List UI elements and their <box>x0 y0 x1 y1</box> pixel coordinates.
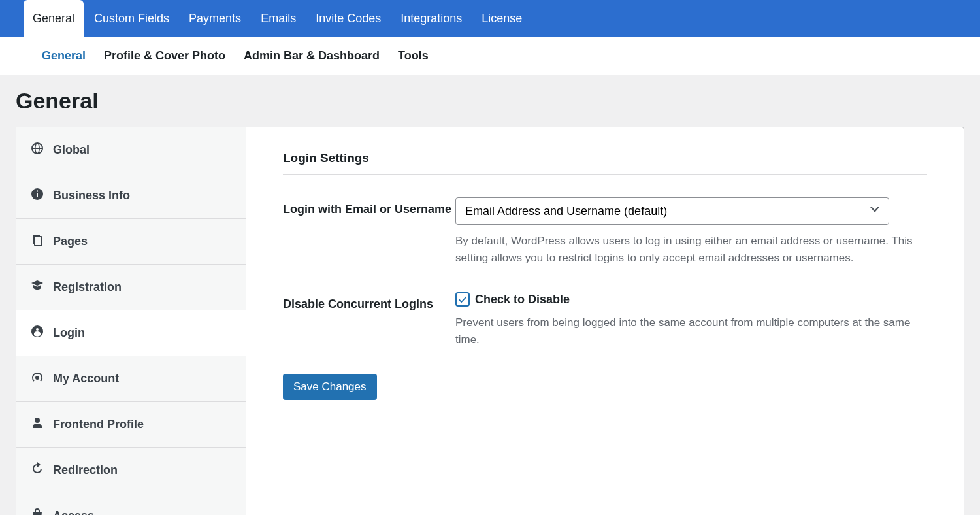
top-tab-custom-fields[interactable]: Custom Fields <box>85 0 178 37</box>
top-tab-invite-codes[interactable]: Invite Codes <box>306 0 390 37</box>
sidebar-item-frontend-profile[interactable]: Frontend Profile <box>16 402 246 448</box>
sub-tabs: GeneralProfile & Cover PhotoAdmin Bar & … <box>0 37 980 75</box>
top-tab-license[interactable]: License <box>472 0 531 37</box>
sidebar-item-login[interactable]: Login <box>16 310 246 356</box>
sidebar-item-label: Global <box>53 143 90 157</box>
page-title: General <box>16 88 964 114</box>
section-title: Login Settings <box>283 151 927 175</box>
sub-tab-tools[interactable]: Tools <box>389 37 438 75</box>
pages-icon <box>31 233 44 250</box>
sidebar: GlobalBusiness InfoPagesRegistrationLogi… <box>16 127 246 515</box>
main-content: Login Settings Login with Email or Usern… <box>246 127 964 515</box>
top-tab-emails[interactable]: Emails <box>252 0 305 37</box>
top-tab-integrations[interactable]: Integrations <box>391 0 471 37</box>
sidebar-item-label: Registration <box>53 280 122 294</box>
svg-rect-4 <box>35 237 42 246</box>
sidebar-item-label: Frontend Profile <box>53 418 144 431</box>
svg-rect-1 <box>37 193 38 197</box>
sidebar-item-label: My Account <box>53 372 119 386</box>
sidebar-item-label: Login <box>53 326 85 340</box>
field-login-method: Login with Email or Username Email Addre… <box>283 197 927 266</box>
field-label-disable-concurrent: Disable Concurrent Logins <box>283 292 455 348</box>
save-button[interactable]: Save Changes <box>283 374 377 400</box>
svg-point-2 <box>37 190 38 191</box>
sidebar-item-business-info[interactable]: Business Info <box>16 173 246 219</box>
sidebar-item-access[interactable]: Access <box>16 493 246 515</box>
gauge-icon <box>31 371 44 387</box>
grad-icon <box>31 279 44 295</box>
access-icon <box>31 325 44 341</box>
user-icon <box>31 416 44 433</box>
sidebar-item-global[interactable]: Global <box>16 127 246 173</box>
login-method-select[interactable]: Email Address and Username (default) <box>455 197 889 225</box>
bag-icon <box>31 508 44 515</box>
check-icon <box>458 295 467 304</box>
sidebar-item-label: Access <box>53 509 94 515</box>
field-disable-concurrent: Disable Concurrent Logins Check to Disab… <box>283 292 927 348</box>
sidebar-item-label: Redirection <box>53 463 118 477</box>
svg-point-7 <box>35 418 40 423</box>
sub-tab-general[interactable]: General <box>33 37 95 75</box>
disable-concurrent-checkbox-label: Check to Disable <box>475 293 570 307</box>
sidebar-item-redirection[interactable]: Redirection <box>16 448 246 493</box>
top-tabs: GeneralCustom FieldsPaymentsEmailsInvite… <box>0 0 980 37</box>
top-tab-general[interactable]: General <box>24 0 84 37</box>
sidebar-item-my-account[interactable]: My Account <box>16 356 246 402</box>
settings-panel: GlobalBusiness InfoPagesRegistrationLogi… <box>16 127 964 515</box>
sidebar-item-pages[interactable]: Pages <box>16 219 246 265</box>
sub-tab-profile-cover-photo[interactable]: Profile & Cover Photo <box>95 37 235 75</box>
field-label-login-method: Login with Email or Username <box>283 197 455 266</box>
sidebar-item-registration[interactable]: Registration <box>16 265 246 310</box>
info-icon <box>31 188 44 204</box>
svg-point-6 <box>36 328 39 331</box>
sub-tab-admin-bar-dashboard[interactable]: Admin Bar & Dashboard <box>235 37 389 75</box>
redirect-icon <box>31 462 44 478</box>
disable-concurrent-help: Prevent users from being logged into the… <box>455 314 926 348</box>
sidebar-item-label: Pages <box>53 235 88 248</box>
top-tab-payments[interactable]: Payments <box>180 0 250 37</box>
disable-concurrent-checkbox[interactable] <box>455 292 470 307</box>
globe-icon <box>31 142 44 158</box>
sidebar-item-label: Business Info <box>53 189 130 203</box>
login-method-help: By default, WordPress allows users to lo… <box>455 233 926 266</box>
